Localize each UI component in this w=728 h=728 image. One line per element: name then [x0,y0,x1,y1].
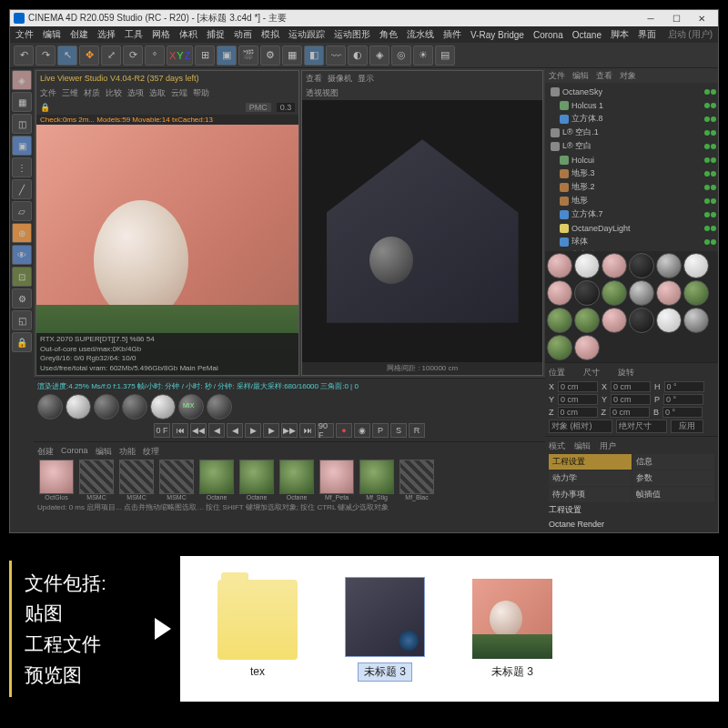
material-slot[interactable]: Mf_Stig [358,460,396,500]
menu-运动跟踪[interactable]: 运动跟踪 [288,28,325,41]
coord-system[interactable]: ⊞ [195,46,215,66]
play-back-button[interactable]: ◀ [227,423,243,438]
coord-field[interactable]: 0 ° [664,381,704,392]
mat-tab[interactable]: Corona [61,446,88,458]
key-scale[interactable]: S [390,423,407,438]
key-rot[interactable]: R [409,423,425,438]
object-row[interactable]: 立方体.7 [547,207,716,221]
goto-end-button[interactable]: ⏭ [299,423,316,438]
coord-field[interactable]: 0 cm [611,394,651,405]
add-scene[interactable]: ▤ [435,46,455,66]
object-row[interactable]: L® 空白 [547,139,716,153]
goto-start-button[interactable]: ⏮ [172,423,188,438]
menu-Corona[interactable]: Corona [533,30,563,40]
menu-插件[interactable]: 插件 [443,28,461,41]
vp-tab[interactable]: 显示 [358,73,374,85]
mat-thumb[interactable] [574,280,600,306]
om-tab[interactable]: 对象 [620,70,636,82]
object-row[interactable]: 球体 [547,235,716,248]
menu-Octane[interactable]: Octane [572,30,602,40]
coord-field[interactable]: 0 cm [611,381,651,392]
material-slot[interactable]: Octane [278,460,316,500]
material-slot[interactable]: MSMC [117,460,156,500]
object-row[interactable]: OctaneDayLight [547,221,716,235]
mat-tab[interactable]: 功能 [119,446,136,458]
material-slot[interactable]: OctGlos [37,460,76,500]
matball[interactable] [122,394,147,420]
mat-thumb[interactable] [656,280,682,306]
vp-tab[interactable]: 摄像机 [328,73,352,85]
texture-mode[interactable]: ▦ [12,92,32,112]
next-frame-button[interactable]: ▶ [263,423,279,438]
render-settings[interactable]: ⚙ [260,46,280,66]
matball-mix[interactable]: MIX [178,394,204,420]
lv-tab[interactable]: 选取 [149,87,166,99]
menu-文件[interactable]: 文件 [15,28,34,41]
mat-thumb[interactable] [683,308,709,333]
minimize-button[interactable]: ─ [638,11,663,25]
picture-viewer[interactable]: ▦ [282,46,302,66]
coord-mode-a[interactable]: 对象 (相对) [549,420,612,433]
render-view[interactable]: 🎬 [238,46,258,66]
om-tab[interactable]: 文件 [549,70,565,82]
object-tree[interactable]: OctaneSkyHolcus 1立方体.8L® 空白.1L® 空白Holcui… [545,83,718,251]
menu-编辑[interactable]: 编辑 [43,28,61,41]
add-cube[interactable]: ◧ [304,46,324,66]
layout-dropdown[interactable]: 启动 (用户) [668,28,713,41]
object-row[interactable]: 地形.2 [547,180,716,194]
coord-apply-button[interactable]: 应用 [671,420,703,433]
snap-settings[interactable]: ⚙ [12,288,32,308]
point-mode[interactable]: ⋮ [12,157,32,177]
primitive-cube[interactable]: ▣ [217,46,237,66]
close-button[interactable]: ✕ [689,11,714,25]
object-row[interactable]: 地形.3 [547,167,716,180]
attr-tab[interactable]: 编辑 [574,440,591,452]
mat-tab[interactable]: 创建 [37,446,54,458]
mat-thumb[interactable] [683,253,709,278]
mat-thumb[interactable] [602,253,627,278]
object-row[interactable]: 立方体.8 [547,112,716,126]
add-deformer[interactable]: ◈ [369,46,389,66]
mat-tab[interactable]: 纹理 [143,446,159,458]
coord-field[interactable]: 0 cm [610,407,650,418]
coord-field[interactable]: 0 ° [662,407,703,418]
om-tab[interactable]: 查看 [596,70,612,82]
mat-thumb[interactable] [547,335,572,360]
lv-tab[interactable]: 帮助 [193,87,209,99]
file-item[interactable]: 未标题 3 [335,577,435,682]
pmc-value[interactable]: 0.3 [277,103,296,112]
menu-捕捉[interactable]: 捕捉 [207,28,225,41]
viewport-canvas[interactable] [302,100,542,362]
object-row[interactable]: 地形 [547,194,716,207]
coord-mode-b[interactable]: 绝对尺寸 [616,420,667,433]
material-slot[interactable]: Mf_Blac [398,460,436,500]
material-slot[interactable]: Octane [197,460,236,500]
mat-thumb[interactable] [602,308,627,333]
mat-thumb[interactable] [547,308,572,333]
frame-end[interactable]: 90 F [318,423,334,438]
matball[interactable] [66,394,91,420]
material-slot[interactable]: Octane [238,460,276,500]
object-row[interactable]: Holcus 1 [547,98,716,112]
rotate-tool[interactable]: ⟳ [123,46,143,66]
attr-cell[interactable]: 待办事项 [549,487,632,502]
render-preview[interactable]: RTX 2070 SUPER[DT][7.5] %86 54Out-of-cor… [36,125,298,375]
file-item[interactable]: tex [207,580,308,678]
vp-tab[interactable]: 查看 [306,73,322,85]
lv-tab[interactable]: 云端 [171,87,187,99]
attr-cell[interactable]: 参数 [632,470,715,486]
mat-thumb[interactable] [629,280,654,306]
material-slot[interactable]: MSMC [77,460,116,500]
mat-thumb[interactable] [629,253,654,278]
mat-thumb[interactable] [656,253,682,278]
edge-mode[interactable]: ╱ [12,179,32,199]
snap-toggle[interactable]: ⊡ [12,267,32,287]
axis-lock[interactable]: XYZ [167,46,193,66]
add-camera[interactable]: ◎ [391,46,411,66]
lock-icon[interactable]: 🔒 [40,103,50,112]
prev-frame-button[interactable]: ◀ [208,423,225,438]
menu-体积[interactable]: 体积 [179,28,197,41]
lv-tab[interactable]: 比较 [106,87,122,99]
next-key-button[interactable]: ▶▶ [281,423,298,438]
select-tool[interactable]: ↖ [57,46,77,66]
